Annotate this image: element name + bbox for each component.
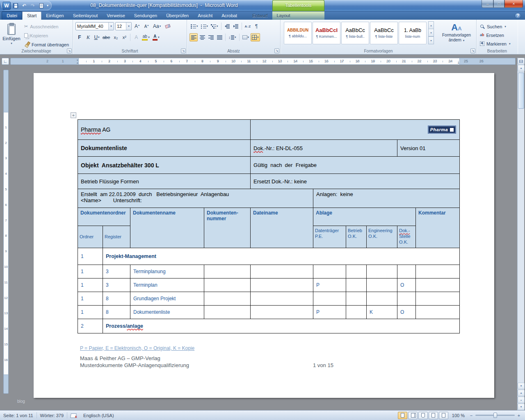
draft-view-button[interactable] [439,412,448,419]
table-cell[interactable] [416,265,460,278]
scroll-down-button[interactable]: ▾ [518,383,525,389]
language-indicator[interactable]: Englisch (USA) [80,411,117,420]
right-indent-marker[interactable]: ▴ [458,61,459,64]
table-cell[interactable]: 2 [78,319,103,333]
table-cell[interactable]: Erstellt am 22.01.2009 durch Betriebsing… [78,189,313,208]
sort-button[interactable]: A↓Z [244,22,252,30]
table-cell[interactable]: 3 [103,278,130,292]
undo-button[interactable]: ↶ [21,2,28,9]
strikethrough-button[interactable]: abe [101,33,111,41]
table-cell[interactable]: Dok.-Nr.: EN-DL-055 [251,140,397,157]
column-header-dateiname[interactable]: Dateiname [251,208,313,248]
line-spacing-button[interactable]: ↕▾ [227,33,237,41]
shading-button[interactable]: ▾ [241,33,251,41]
text-effects-button[interactable]: A [132,33,140,41]
bullets-button[interactable]: ▾ [189,22,199,30]
scroll-up-button[interactable]: ▴ [518,65,525,71]
table-cell[interactable] [367,278,397,292]
clipboard-dialog-launcher[interactable]: ↘ [67,48,72,53]
table-cell[interactable]: 3 [103,265,130,278]
table-cell[interactable] [313,265,346,278]
minimize-button[interactable]: – [482,0,493,8]
table-cell[interactable] [251,292,313,306]
redo-button[interactable]: ↷ [29,2,37,9]
table-cell[interactable] [416,306,460,319]
table-cell[interactable]: Gültig nach der Freigabe [251,157,460,174]
previous-page-button[interactable]: ▴ [518,390,525,396]
paragraph-dialog-launcher[interactable]: ↘ [274,48,279,53]
copy-button[interactable]: Kopieren [23,32,71,39]
table-cell[interactable]: Version 01 [397,140,460,157]
tab-überprüfen[interactable]: Überprüfen [162,11,193,20]
table-cell[interactable]: Projekt-Management [103,248,460,265]
scrollbar-thumb[interactable] [518,73,524,109]
fullscreen-reading-view-button[interactable] [408,412,418,419]
table-cell[interactable] [204,292,251,306]
format-painter-button[interactable]: Format übertragen [23,41,71,48]
align-center-button[interactable] [198,33,206,41]
style-item-5[interactable]: 1. AaBbliste-num [399,22,427,44]
column-header-dok-stelle[interactable]: Dok.- Stelle O.K. [397,226,416,248]
change-styles-button[interactable]: AA Formatvorlagen ändern ▾ [438,22,475,47]
print-layout-view-button[interactable] [398,412,407,419]
table-cell[interactable] [313,292,346,306]
table-cell[interactable] [204,278,251,292]
table-cell[interactable]: Grundlagen Projekt [130,292,204,306]
cut-button[interactable]: ✂Ausschneiden [23,23,71,30]
table-cell[interactable]: Dokumentenliste [130,306,204,319]
table-cell[interactable] [416,278,460,292]
table-cell[interactable] [367,265,397,278]
table-cell[interactable]: K [367,306,397,319]
table-cell[interactable] [367,292,397,306]
zoom-level[interactable]: 100 % [450,413,467,418]
styles-more-button[interactable]: ▾ [428,36,434,44]
tab-entwurf[interactable]: Entwurf [248,11,272,20]
help-button[interactable]: ? [515,13,521,19]
tab-stop-selector[interactable]: ∟ [2,58,9,65]
zoom-out-button[interactable]: − [468,413,474,418]
next-page-button[interactable]: ▾ [518,404,525,410]
table-cell[interactable] [346,292,367,306]
table-cell[interactable] [251,265,313,278]
table-cell[interactable]: Pharma AG [78,120,251,140]
subscript-button[interactable]: x₂ [112,33,120,41]
tab-datei[interactable]: Datei [2,11,22,20]
word-count[interactable]: Wörter: 379 [37,411,67,420]
table-cell[interactable] [346,265,367,278]
page-indicator[interactable]: Seite: 1 von 11 [0,411,37,420]
table-cell[interactable]: Terminplanung [130,265,204,278]
table-cell[interactable]: O [397,306,416,319]
align-right-button[interactable] [207,33,215,41]
table-cell[interactable]: 1 [78,292,103,306]
table-cell[interactable]: Betrieb Flüssige Formen [78,174,251,189]
styles-scroll-down-button[interactable]: ▾ [428,29,434,37]
font-dialog-launcher[interactable]: ↘ [181,48,186,53]
table-cell[interactable]: 8 [103,306,130,319]
table-cell[interactable]: Prozess/anlage [103,319,460,333]
tab-einfügen[interactable]: Einfügen [41,11,68,20]
table-cell[interactable]: 1 [78,248,103,265]
find-button[interactable]: Suchen▾ [480,23,510,30]
numbering-button[interactable]: ▾ [200,22,210,30]
column-header-betrieb-ok[interactable]: Betrieb O.K. [346,226,367,248]
zoom-in-button[interactable]: + [516,413,522,418]
style-item-1[interactable]: ABBILDUN¶ abbildu... [284,22,312,44]
table-cell[interactable]: Pharma [251,120,460,140]
column-header-ablage[interactable]: Ablage [313,208,416,226]
paste-button[interactable]: Einfügen ▾ [2,21,21,48]
style-item-3[interactable]: AaBbCc¶ liste-bull.. [341,22,369,44]
table-cell[interactable]: 1 [78,306,103,319]
column-header-dokumentenordner[interactable]: Dokumentenordner [78,208,130,226]
table-cell[interactable]: 1 [78,265,103,278]
word-app-icon[interactable]: W [2,2,11,10]
font-family-select[interactable]: MyriaMM_40 ▾ [75,22,114,30]
styles-dialog-launcher[interactable]: ↘ [470,48,475,53]
decrease-indent-button[interactable] [223,22,231,30]
replace-button[interactable]: abErsetzen [480,31,510,39]
column-header-kommentar[interactable]: Kommentar [416,208,460,248]
table-cell[interactable]: P [313,306,346,319]
quick-print-button[interactable] [38,2,45,9]
tab-start[interactable]: Start [22,11,41,20]
borders-button[interactable]: ▾ [251,33,260,41]
web-layout-view-button[interactable] [418,412,428,419]
